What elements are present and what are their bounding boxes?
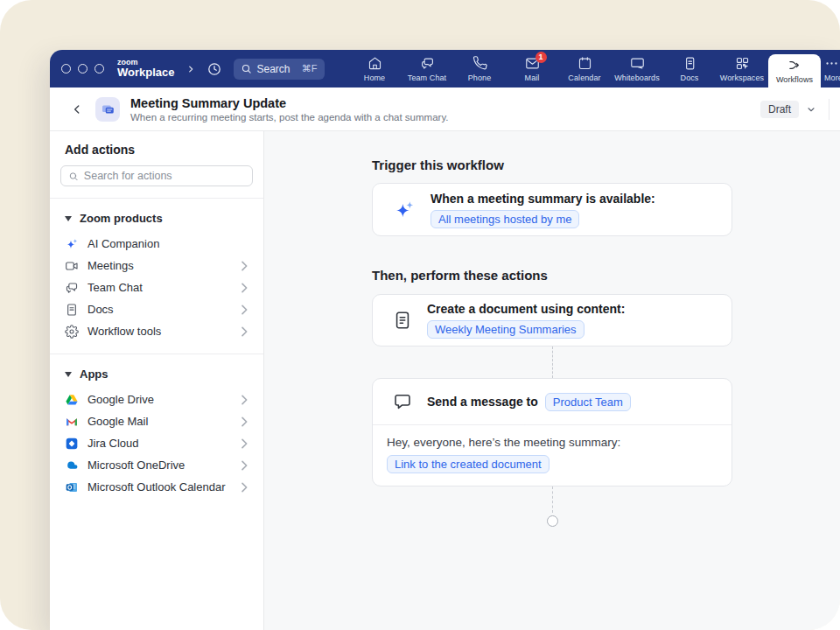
page-subtitle: When a recurring meeting starts, post th…: [130, 112, 449, 122]
phone-icon: [472, 56, 487, 71]
team-chat-icon: [420, 56, 435, 71]
history-icon[interactable]: [206, 61, 222, 77]
global-search-button[interactable]: Search ⌘F: [234, 59, 325, 80]
window-dot[interactable]: [94, 64, 104, 74]
sidebar-item-google-mail[interactable]: Google Mail: [50, 410, 263, 432]
action2-recipient-pill[interactable]: Product Team: [545, 393, 631, 411]
sidebar-title: Add actions: [50, 143, 263, 157]
workflow-app-icon: [95, 97, 120, 122]
nav-docs[interactable]: Docs: [663, 50, 716, 88]
trigger-card[interactable]: When a meeting summary is available: All…: [372, 183, 732, 236]
section-zoom-products[interactable]: Zoom products: [50, 199, 263, 233]
action-card-create-document[interactable]: Create a document using content: Weekly …: [372, 294, 732, 346]
actions-sidebar: Add actions Zoom products AI Companion M…: [50, 131, 264, 630]
window-dot[interactable]: [61, 64, 71, 74]
zoom-workplace-logo: zoom Workplace: [117, 59, 175, 79]
message-text: Hey, everyone, here’s the meeting summar…: [387, 436, 718, 449]
search-icon: [68, 171, 79, 182]
trigger-scope-pill[interactable]: All meetings hosted by me: [430, 210, 579, 228]
message-body[interactable]: Hey, everyone, here’s the meeting summar…: [373, 425, 732, 486]
trigger-heading: Trigger this workflow: [372, 158, 732, 172]
actions-heading: Then, perform these actions: [372, 268, 732, 283]
whiteboards-icon: [630, 56, 645, 71]
google-drive-icon: [65, 393, 79, 407]
home-icon: [368, 56, 382, 71]
action1-title: Create a document using content:: [427, 302, 625, 316]
meetings-icon: [65, 259, 79, 273]
document-icon: [393, 311, 412, 330]
sidebar-item-workflow-tools[interactable]: Workflow tools: [50, 320, 263, 342]
jira-cloud-icon: [65, 437, 79, 451]
workflow-end-node: [547, 515, 558, 527]
sidebar-item-ai-companion[interactable]: AI Companion: [50, 233, 263, 255]
sidebar-item-microsoft-onedrive[interactable]: Microsoft OneDrive: [50, 454, 263, 476]
chevron-right-icon: [237, 259, 251, 273]
gear-icon: [65, 325, 79, 339]
workspaces-icon: [735, 56, 750, 71]
sidebar-item-docs[interactable]: Docs: [50, 298, 263, 320]
chevron-right-icon: [237, 437, 251, 451]
calendar-icon: [578, 56, 592, 71]
header-divider: [829, 99, 830, 120]
window-controls[interactable]: [61, 64, 104, 74]
search-icon: [241, 63, 252, 74]
section-apps[interactable]: Apps: [50, 354, 263, 388]
nav-phone[interactable]: Phone: [453, 50, 506, 88]
window-dot[interactable]: [78, 64, 88, 74]
workflows-icon: [788, 58, 802, 73]
sidebar-item-google-drive[interactable]: Google Drive: [50, 388, 263, 410]
app-window: zoom Workplace Search ⌘F Home: [50, 50, 840, 630]
docs-icon: [65, 303, 79, 317]
chevron-right-icon: [237, 415, 251, 429]
chevron-right-icon: [237, 281, 251, 295]
chevron-right-icon: [237, 303, 251, 317]
chevron-left-icon: [71, 103, 83, 116]
mail-unread-badge: 1: [536, 52, 547, 63]
nav-more[interactable]: More: [821, 50, 840, 88]
chevron-right-icon: [237, 458, 251, 472]
chevron-right-icon[interactable]: [186, 65, 195, 74]
status-badge[interactable]: Draft: [760, 101, 799, 118]
action-card-send-message[interactable]: Send a message to Product Team Hey, ever…: [372, 378, 732, 486]
nav-team-chat[interactable]: Team Chat: [401, 50, 453, 88]
nav-home[interactable]: Home: [348, 50, 401, 88]
chevron-right-icon: [237, 325, 251, 339]
workflow-header: Meeting Summary Update When a recurring …: [50, 88, 840, 131]
ai-companion-icon: [65, 237, 79, 251]
workflow-canvas: Trigger this workflow When a meeting sum…: [264, 131, 840, 630]
sidebar-item-team-chat[interactable]: Team Chat: [50, 276, 263, 298]
sidebar-item-microsoft-outlook-calendar[interactable]: Microsoft Outlook Calendar: [50, 476, 263, 498]
chevron-right-icon: [237, 480, 251, 494]
docs-icon: [682, 56, 697, 71]
trigger-title: When a meeting summary is available:: [430, 192, 655, 206]
search-shortcut: ⌘F: [302, 63, 318, 74]
triangle-down-icon: [65, 372, 72, 377]
action1-content-pill[interactable]: Weekly Meeting Summaries: [427, 320, 584, 339]
status-chevron-down-icon[interactable]: [806, 104, 816, 115]
page-title: Meeting Summary Update: [130, 96, 449, 110]
desktop-background: zoom Workplace Search ⌘F Home: [0, 0, 840, 630]
sidebar-item-jira-cloud[interactable]: Jira Cloud: [50, 432, 263, 454]
back-button[interactable]: [67, 100, 87, 119]
workflow-titles: Meeting Summary Update When a recurring …: [130, 96, 449, 122]
action2-title: Send a message to: [427, 395, 538, 409]
workflow-connector: [552, 486, 553, 513]
nav-whiteboards[interactable]: Whiteboards: [611, 50, 663, 88]
actions-search[interactable]: [60, 165, 253, 186]
onedrive-icon: [65, 458, 79, 472]
top-bar: zoom Workplace Search ⌘F Home: [50, 50, 840, 88]
google-mail-icon: [65, 415, 79, 429]
team-chat-icon: [65, 281, 79, 295]
workflow-connector: [552, 346, 553, 378]
nav-mail[interactable]: 1 Mail: [506, 50, 558, 88]
chevron-right-icon: [237, 393, 251, 407]
nav-calendar[interactable]: Calendar: [558, 50, 611, 88]
nav-workflows[interactable]: Workflows: [768, 54, 821, 88]
search-input[interactable]: [84, 170, 245, 182]
search-label: Search: [257, 63, 290, 75]
message-link-pill[interactable]: Link to the created document: [387, 455, 550, 473]
outlook-calendar-icon: [65, 480, 79, 494]
ai-sparkle-icon: [393, 199, 416, 221]
sidebar-item-meetings[interactable]: Meetings: [50, 255, 263, 276]
nav-workspaces[interactable]: Workspaces: [716, 50, 768, 88]
